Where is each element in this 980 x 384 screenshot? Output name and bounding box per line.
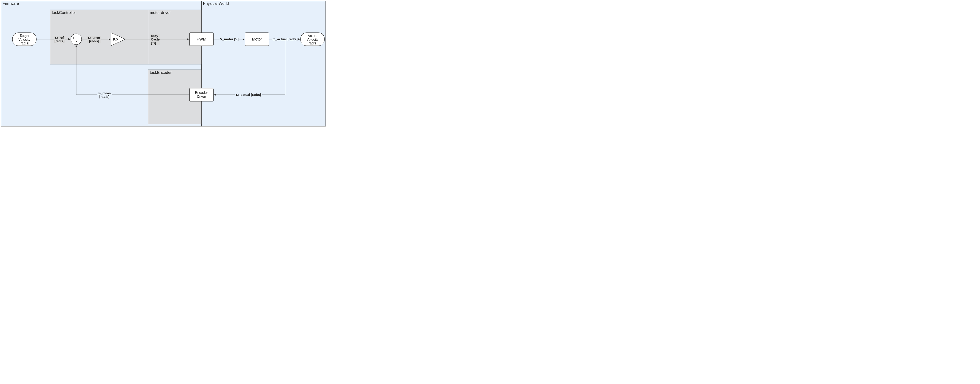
signal-wmeas-line2: [rad/s] (99, 95, 109, 99)
block-target-velocity-line2: Velocity (18, 38, 30, 41)
signal-duty-line3: [%] (151, 41, 156, 45)
block-target-velocity-line1: Target (20, 34, 29, 38)
block-actual-velocity-line1: Actual (308, 34, 317, 38)
summing-plus: + (73, 36, 75, 40)
region-physical (202, 1, 326, 126)
block-encoder-driver-line2: Driver (197, 95, 206, 99)
subregion-motordriver-title: motor driver (150, 10, 171, 15)
signal-wmeas-line1: ω_meas (98, 91, 111, 95)
block-actual-velocity-line3: [rad/s] (308, 41, 317, 45)
subregion-taskencoder-title: taskEncoder (150, 70, 172, 75)
summing-minus: - (76, 40, 77, 43)
signal-wref-line1: ω_ref (55, 36, 64, 40)
signal-wref-line2: [rad/s] (54, 39, 64, 43)
block-pwm-label: PWM (197, 37, 206, 41)
subregion-taskcontroller-title: taskController (52, 10, 76, 15)
signal-duty-line2: Cycle (151, 37, 160, 41)
block-kp-label: Kp (113, 37, 118, 41)
region-physical-title: Physical World (203, 1, 229, 6)
signal-werror-line2: [rad/s] (89, 39, 99, 43)
block-motor-label: Motor (252, 37, 262, 41)
block-encoder-driver-line1: Encoder (195, 91, 208, 94)
signal-wactual-fb: ω_actual [rad/s] (236, 93, 261, 97)
block-target-velocity-line3: [rad/s] (20, 41, 29, 45)
region-firmware-title: Firmware (3, 1, 19, 6)
signal-vmotor: V_motor [V] (220, 37, 239, 41)
signal-werror-line1: ω_error (88, 36, 100, 40)
signal-duty-line1: Duty (151, 34, 158, 38)
block-actual-velocity-line2: Velocity (306, 38, 318, 41)
